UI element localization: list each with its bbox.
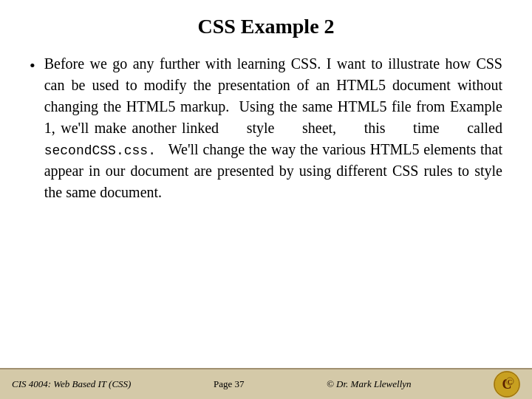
slide-container: CSS Example 2 • Before we go any further… (0, 0, 532, 399)
bullet-text: Before we go any further with learning C… (44, 53, 502, 203)
bullet-icon: • (30, 58, 35, 74)
footer-logo: C C (494, 371, 520, 398)
bullet-section: • Before we go any further with learning… (30, 53, 502, 203)
footer-course: CIS 4004: Web Based IT (CSS) (12, 378, 131, 390)
svg-text:C: C (508, 378, 513, 386)
slide-footer: CIS 4004: Web Based IT (CSS) Page 37 © D… (0, 368, 532, 399)
footer-author: © Dr. Mark Llewellyn (327, 378, 412, 390)
slide-title: CSS Example 2 (30, 15, 502, 38)
code-filename: secondCSS.css. (44, 143, 156, 158)
slide-content: CSS Example 2 • Before we go any further… (0, 0, 532, 368)
footer-page: Page 37 (214, 378, 245, 390)
